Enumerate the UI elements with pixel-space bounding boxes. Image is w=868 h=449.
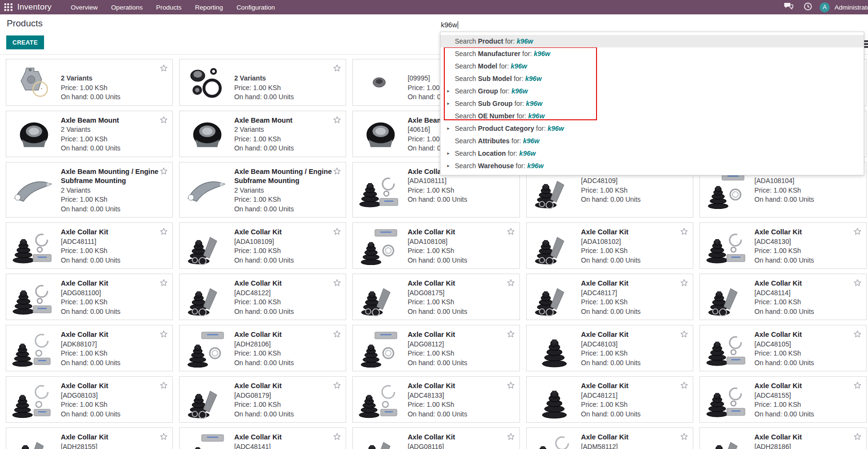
product-card[interactable]: Axle Collar Kit[ADC48130]Price: 1.00 KSh… (699, 222, 867, 269)
search-option-attributes[interactable]: Search Attributes for: k96w (440, 135, 864, 147)
favorite-star-icon[interactable] (680, 278, 688, 287)
user-menu[interactable]: Administrator (834, 4, 868, 11)
product-card[interactable]: Axle Beam Mount2 VariantsPrice: 1.00 KSh… (179, 111, 346, 157)
favorite-star-icon[interactable] (159, 167, 168, 175)
product-card[interactable]: Axle Collar Kit[ADC48155]Price: 1.00 KSh… (699, 376, 867, 423)
favorite-star-icon[interactable] (333, 227, 341, 236)
product-card[interactable]: 2 VariantsPrice: 1.00 KShOn hand: 0.00 U… (6, 59, 173, 106)
product-card[interactable]: Axle Collar Kit[ADH28106]Price: 1.00 KSh… (179, 325, 346, 371)
expand-caret-icon[interactable]: ▸ (447, 97, 450, 110)
favorite-star-icon[interactable] (159, 432, 168, 441)
product-card[interactable]: Axle Collar Kit[ADK88107]Price: 1.00 KSh… (6, 325, 173, 371)
favorite-star-icon[interactable] (680, 381, 688, 390)
product-card[interactable]: Axle Beam Mounting / Engine Subframe Mou… (179, 162, 346, 218)
search-option-model[interactable]: Search Model for: k96w (440, 60, 864, 72)
product-name: Axle Beam Mounting / Engine Subframe Mou… (61, 167, 169, 186)
expand-caret-icon[interactable]: ▸ (447, 122, 450, 135)
product-card[interactable]: Axle Collar Kit[ADC48103]Price: 1.00 KSh… (526, 325, 693, 371)
product-card[interactable]: Axle Collar Kit[ADG08116] (352, 427, 519, 449)
search-option-product-category[interactable]: ▸Search Product Category for: k96w (440, 122, 864, 135)
product-card[interactable]: Axle Collar Kit[ADG08112]Price: 1.00 KSh… (352, 325, 519, 371)
expand-caret-icon[interactable]: ▸ (447, 147, 450, 160)
favorite-star-icon[interactable] (333, 432, 341, 441)
product-card[interactable]: Axle Collar Kit[ADH28186] (699, 427, 867, 449)
favorite-star-icon[interactable] (853, 227, 862, 236)
product-card[interactable]: Axle Collar Kit[ADG08175]Price: 1.00 KSh… (352, 274, 519, 320)
product-card[interactable]: Axle Collar Kit[ADC48114]Price: 1.00 KSh… (699, 274, 867, 320)
expand-caret-icon[interactable]: ▸ (447, 85, 450, 97)
product-on-hand: On hand: 0.00 Units (61, 144, 169, 153)
product-card[interactable]: Axle Collar Kit[ADA108109]Price: 1.00 KS… (179, 222, 346, 269)
favorite-star-icon[interactable] (333, 64, 341, 72)
product-card[interactable]: Axle Beam Mounting / Engine Subframe Mou… (6, 162, 173, 218)
favorite-star-icon[interactable] (507, 432, 515, 441)
product-price: Price: 1.00 KSh (61, 349, 169, 358)
product-card[interactable]: Axle Collar Kit[ADC48122]Price: 1.00 KSh… (179, 274, 346, 320)
product-card[interactable]: Axle Collar Kit[ADC48117]Price: 1.00 KSh… (526, 274, 693, 320)
product-card[interactable]: Axle Collar Kit[ADA108102]Price: 1.00 KS… (526, 222, 693, 269)
search-option-sub-model[interactable]: Search Sub Model for: k96w (440, 72, 864, 85)
product-card[interactable]: Axle Collar Kit[ADC48141] (179, 427, 346, 449)
product-name: Axle Collar Kit (755, 381, 862, 391)
search-option-warehouse[interactable]: ▸Search Warehouse for: k96w (440, 160, 864, 172)
favorite-star-icon[interactable] (159, 381, 168, 390)
product-card[interactable]: Axle Collar Kit[ADG08179]Price: 1.00 KSh… (179, 376, 346, 423)
favorite-star-icon[interactable] (333, 115, 341, 124)
nav-item-reporting[interactable]: Reporting (189, 1, 229, 14)
search-option-product[interactable]: Search Product for: k96w (440, 35, 864, 47)
user-avatar[interactable]: A (820, 2, 830, 12)
product-card[interactable]: Axle Collar Kit[ADC48121]Price: 1.00 KSh… (526, 376, 693, 423)
favorite-star-icon[interactable] (680, 227, 688, 236)
favorite-star-icon[interactable] (853, 432, 862, 441)
favorite-star-icon[interactable] (680, 330, 688, 338)
favorite-star-icon[interactable] (853, 330, 862, 338)
favorite-star-icon[interactable] (333, 330, 341, 338)
favorite-star-icon[interactable] (159, 278, 168, 287)
favorite-star-icon[interactable] (507, 227, 515, 236)
favorite-star-icon[interactable] (507, 381, 515, 390)
favorite-star-icon[interactable] (333, 167, 341, 175)
product-card-body: Axle Collar Kit[ADC48141] (231, 431, 342, 449)
product-card[interactable]: Axle Beam Mount2 VariantsPrice: 1.00 KSh… (6, 111, 173, 157)
favorite-star-icon[interactable] (333, 381, 341, 390)
search-option-group[interactable]: ▸Search Group for: k96w (440, 85, 864, 97)
nav-item-configuration[interactable]: Configuration (231, 1, 281, 14)
search-input[interactable]: k96w (441, 20, 458, 30)
search-option-location[interactable]: ▸Search Location for: k96w (440, 147, 864, 160)
search-field-name: Group (478, 87, 498, 95)
product-card[interactable]: Axle Collar Kit[ADM58112] (526, 427, 693, 449)
search-option-sub-group[interactable]: ▸Search Sub Group for: k96w (440, 97, 864, 110)
nav-item-overview[interactable]: Overview (65, 1, 103, 14)
product-card[interactable]: Axle Collar Kit[ADG08103]Price: 1.00 KSh… (6, 376, 173, 423)
favorite-star-icon[interactable] (680, 432, 688, 441)
favorite-star-icon[interactable] (159, 330, 168, 338)
product-card[interactable]: Axle Collar Kit[ADC48111]Price: 1.00 KSh… (6, 222, 173, 269)
product-card[interactable]: Axle Collar Kit[ADH28155] (6, 427, 173, 449)
nav-item-products[interactable]: Products (150, 1, 187, 14)
product-card[interactable]: Axle Collar Kit[ADA108108]Price: 1.00 KS… (352, 222, 519, 269)
product-card[interactable]: 2 VariantsPrice: 1.00 KShOn hand: 0.00 U… (179, 59, 346, 106)
search-option-oe-number[interactable]: Search OE Number for: k96w (440, 110, 864, 122)
app-title[interactable]: Inventory (17, 2, 52, 12)
nav-item-operations[interactable]: Operations (105, 1, 148, 14)
favorite-star-icon[interactable] (853, 278, 862, 287)
favorite-star-icon[interactable] (333, 278, 341, 287)
product-price: Price: 1.00 KSh (61, 195, 169, 205)
activities-clock-icon[interactable] (800, 2, 815, 12)
product-card[interactable]: Axle Collar Kit[ADC48133]Price: 1.00 KSh… (352, 376, 519, 423)
search-option-manufacturer[interactable]: Search Manufacturer for: k96w (440, 47, 864, 60)
favorite-star-icon[interactable] (159, 115, 168, 124)
favorite-star-icon[interactable] (853, 381, 862, 390)
favorite-star-icon[interactable] (159, 227, 168, 236)
expand-caret-icon[interactable]: ▸ (447, 160, 450, 172)
favorite-star-icon[interactable] (507, 330, 515, 338)
favorite-star-icon[interactable] (159, 64, 168, 72)
create-button[interactable]: CREATE (6, 35, 44, 49)
product-card[interactable]: Axle Collar Kit[ADC48105]Price: 1.00 KSh… (699, 325, 867, 371)
product-name: Axle Collar Kit (234, 279, 342, 288)
apps-grid-icon[interactable] (4, 3, 12, 12)
product-card[interactable]: Axle Collar Kit[ADG081100]Price: 1.00 KS… (6, 274, 173, 320)
favorite-star-icon[interactable] (507, 278, 515, 287)
messages-icon[interactable] (781, 2, 796, 12)
product-card-body: Axle Collar Kit[ADG081100]Price: 1.00 KS… (58, 277, 169, 316)
